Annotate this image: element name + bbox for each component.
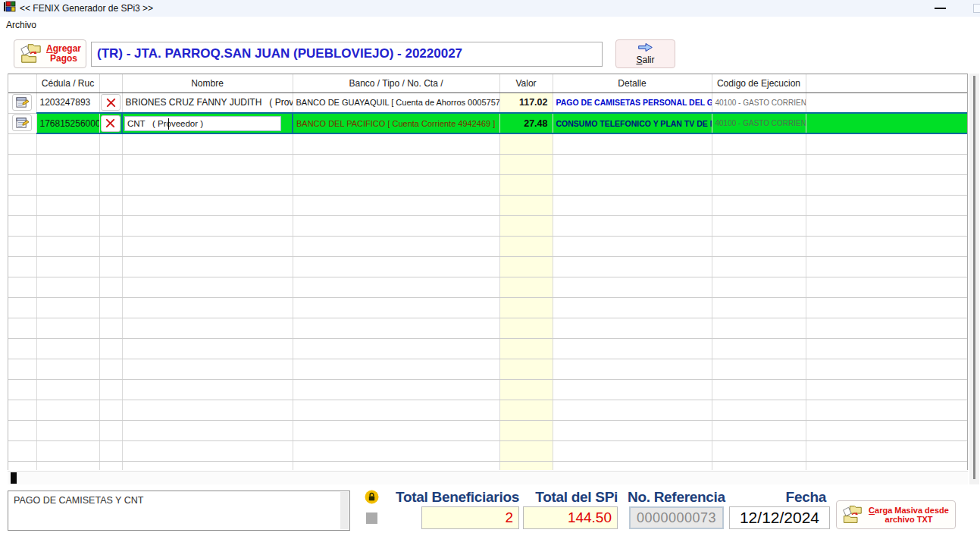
menu-bar: Archivo [0,17,980,33]
empty-cell [122,379,293,400]
empty-cell [8,215,36,236]
empty-cell [712,379,806,400]
empty-cell [36,277,99,297]
grid-body: 1203247893BRIONES CRUZ FANNY JUDITH ( Pr… [8,92,968,470]
observacion-scrollbar[interactable] [340,492,349,529]
empty-cell [806,195,968,215]
empty-cell [293,338,499,359]
cell-nombre[interactable]: CNT ( Proveedor ) [122,113,293,133]
empty-cell [8,277,36,297]
edit-row-button[interactable] [12,114,32,131]
cell-cedula[interactable]: 1768152560001 [36,113,99,133]
empty-cell [293,133,499,154]
empty-cell [8,174,36,195]
empty-cell [36,236,99,256]
empty-cell [99,420,122,440]
header-col-valor: Valor [499,74,553,92]
empty-cell [99,277,122,297]
empty-cell [8,400,36,420]
edit-row-button[interactable] [12,94,32,111]
empty-table-row [8,297,968,318]
cell-cedula[interactable]: 1203247893 [36,92,99,113]
gray-square-button[interactable] [366,512,377,524]
carga-masiva-button[interactable]: Carga Masiva desde archivo TXT [836,500,956,529]
title-bar: << FENIX Generador de SPi3 >> [0,0,980,17]
empty-cell [122,338,293,359]
empty-table-row [8,277,968,297]
empty-cell [499,400,553,420]
restore-button[interactable] [973,4,980,13]
cell-delete-button [99,113,122,133]
empty-cell [122,461,293,470]
empty-cell [712,461,806,470]
empty-cell [293,277,499,297]
empty-cell [553,440,712,461]
empty-cell [553,154,712,174]
empty-cell [806,461,968,470]
empty-cell [553,215,712,236]
delete-row-button[interactable] [101,115,121,132]
empty-cell [293,215,499,236]
empty-cell [99,236,122,256]
menu-item-archivo[interactable]: Archivo [0,17,42,33]
nombre-edit-input[interactable]: CNT ( Proveedor ) [124,116,281,131]
header-col-detalle: Detalle [553,74,712,92]
cell-detalle[interactable]: CONSUMO TELEFONICO Y PLAN TV DE NOVIEMBR… [553,113,712,133]
empty-table-row [8,256,968,277]
empty-cell [8,359,36,379]
empty-cell [499,318,553,338]
empty-cell [36,400,99,420]
empty-cell [122,195,293,215]
empty-cell [99,379,122,400]
window-title: << FENIX Generador de SPi3 >> [20,3,153,14]
observacion-input[interactable]: PAGO DE CAMISETAS Y CNT [8,491,350,531]
cell-codigo[interactable]: 40100 - GASTO CORRIENTE [712,113,806,133]
total-beneficiarios-value: 2 [421,506,519,529]
empty-cell [553,338,712,359]
app-window: << FENIX Generador de SPi3 >> Archivo Ag… [0,0,980,536]
vertical-scrollbar[interactable] [969,74,979,484]
horizontal-scrollbar-thumb[interactable] [11,472,17,484]
empty-cell [122,400,293,420]
cell-banco[interactable]: BANCO DE GUAYAQUIL [ Cuenta de Ahorros 0… [293,92,499,113]
cell-nombre[interactable]: BRIONES CRUZ FANNY JUDITH ( Proveedor ) [122,92,293,113]
empty-cell [499,256,553,277]
vertical-scrollbar-thumb[interactable] [973,76,975,479]
fecha-field[interactable]: 12/12/2024 [729,506,830,529]
empty-cell [553,420,712,440]
empty-cell [553,256,712,277]
agregar-pagos-button[interactable]: Agregar Pagos [14,39,86,68]
horizontal-scrollbar[interactable] [8,471,968,484]
delete-row-button[interactable] [101,94,121,111]
cell-valor[interactable]: 117.02 [499,92,553,113]
cell-edit-button [8,113,36,133]
empty-cell [99,256,122,277]
empty-cell [499,338,553,359]
empty-table-row [8,236,968,256]
salir-label: Salir [636,55,654,65]
cell-detalle[interactable]: PAGO DE CAMISETAS PERSONAL DEL GAD [553,92,712,113]
grid-header-row: Cédula / RucNombreBanco / Tipo / No. Cta… [8,74,968,92]
cell-banco[interactable]: BANCO DEL PACIFICO [ Cuenta Corriente 49… [293,113,499,133]
empty-cell [806,133,968,154]
empty-cell [499,297,553,318]
header-col-edit [8,74,36,92]
observacion-text: PAGO DE CAMISETAS Y CNT [14,495,143,506]
empty-cell [8,318,36,338]
empty-cell [712,338,806,359]
empty-cell [99,440,122,461]
empty-cell [499,236,553,256]
empty-table-row [8,400,968,420]
cell-codigo[interactable]: 40100 - GASTO CORRIENTE [712,92,806,113]
cell-valor[interactable]: 27.48 [499,113,553,133]
empty-cell [36,318,99,338]
empty-table-row [8,338,968,359]
empty-cell [8,195,36,215]
spi-title-field[interactable]: (TR) - JTA. PARROQ.SAN JUAN (PUEBLOVIEJO… [91,42,603,67]
empty-cell [122,256,293,277]
minimize-button[interactable] [935,8,946,9]
empty-cell [293,297,499,318]
salir-button[interactable]: Salir [615,39,675,68]
empty-cell [293,256,499,277]
empty-cell [99,154,122,174]
